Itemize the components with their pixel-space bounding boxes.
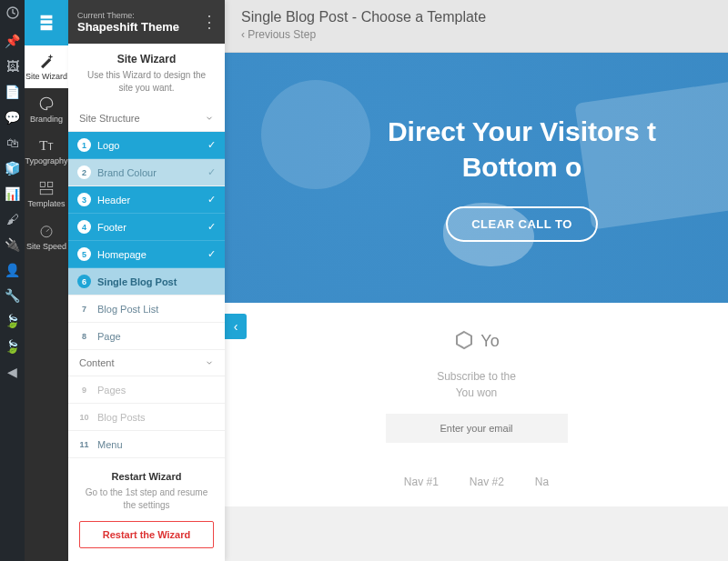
previous-step-label: Previous Step xyxy=(248,28,316,41)
wizard-step-blog-post-list[interactable]: 7Blog Post List xyxy=(68,296,225,323)
wp-leaf2-icon[interactable]: 🍃 xyxy=(0,339,25,354)
step-number: 1 xyxy=(77,138,91,152)
restart-title: Restart Wizard xyxy=(79,471,214,482)
sub-line1: Subscribe to the xyxy=(437,370,516,383)
section-label: Site Structure xyxy=(79,113,140,124)
speed-icon xyxy=(38,223,55,239)
restart-desc: Go to the 1st step and resume the settin… xyxy=(79,486,214,512)
current-theme-label: Current Theme: xyxy=(77,11,179,20)
tool-branding[interactable]: Branding xyxy=(25,88,68,131)
tool-label: Templates xyxy=(27,199,65,208)
subscribe-text: Subscribe to the You won xyxy=(225,368,728,401)
step-label: Brand Colour xyxy=(97,167,216,178)
svg-rect-1 xyxy=(40,182,45,186)
nav-link[interactable]: Nav #2 xyxy=(470,476,504,488)
wand-icon xyxy=(38,53,55,69)
wizard-step-menu[interactable]: 11Menu xyxy=(68,431,225,458)
wp-users-icon[interactable]: 👤 xyxy=(0,263,25,277)
email-input[interactable] xyxy=(386,414,568,443)
step-number: 11 xyxy=(77,437,91,451)
step-label: Blog Posts xyxy=(97,412,216,423)
tool-label: Typography xyxy=(25,156,67,165)
brand-logo: Yo xyxy=(453,330,499,352)
tool-templates[interactable]: Templates xyxy=(25,173,68,215)
step-label: Menu xyxy=(97,439,216,450)
step-number: 4 xyxy=(77,220,91,234)
wizard-step-logo[interactable]: 1Logo✓ xyxy=(68,132,225,159)
step-number: 10 xyxy=(77,410,91,424)
hexagon-icon xyxy=(453,330,475,352)
wizard-step-pages[interactable]: 9Pages xyxy=(68,376,225,404)
brand-name: Yo xyxy=(480,332,499,351)
chevron-down-icon xyxy=(205,114,214,123)
wp-woo-icon[interactable]: 🛍 xyxy=(0,135,25,150)
collapse-panel-button[interactable]: ‹ xyxy=(225,314,247,339)
structure-steps: 1Logo✓2Brand Colour✓3Header✓4Footer✓5Hom… xyxy=(68,132,225,350)
footer-nav: Nav #1 Nav #2 Na xyxy=(225,476,728,488)
hero-decoration xyxy=(574,75,728,229)
wp-plugins-icon[interactable]: 🔌 xyxy=(0,237,25,252)
tool-label: Site Wizard xyxy=(25,72,67,81)
wp-media-icon[interactable]: 🖼 xyxy=(0,59,25,74)
wp-collapse-icon[interactable]: ◀ xyxy=(0,365,25,379)
wp-brush-icon[interactable]: 🖌 xyxy=(0,212,25,226)
wizard-step-brand-colour[interactable]: 2Brand Colour✓ xyxy=(68,159,225,186)
section-content[interactable]: Content xyxy=(68,350,225,376)
nav-link[interactable]: Nav #1 xyxy=(404,476,439,488)
wp-comments-icon[interactable]: 💬 xyxy=(0,110,25,125)
wizard-step-footer[interactable]: 4Footer✓ xyxy=(68,214,225,241)
step-number: 6 xyxy=(77,275,91,288)
step-label: Blog Post List xyxy=(97,304,216,315)
step-number: 3 xyxy=(77,193,91,206)
sub-line2: You won xyxy=(456,386,498,399)
wizard-step-single-blog-post[interactable]: 6Single Blog Post xyxy=(68,268,225,296)
wp-pin-icon[interactable]: 📌 xyxy=(0,34,25,48)
tool-rail: Site Wizard Branding TT Typography Templ… xyxy=(25,0,68,561)
step-label: Pages xyxy=(97,385,216,396)
wizard-step-header[interactable]: 3Header✓ xyxy=(68,186,225,214)
step-number: 7 xyxy=(77,302,91,316)
tool-site-speed[interactable]: Site Speed xyxy=(25,215,68,258)
step-label: Single Blog Post xyxy=(97,276,216,287)
svg-rect-3 xyxy=(40,190,53,195)
theme-menu-icon[interactable]: ⋮ xyxy=(201,12,217,32)
step-number: 2 xyxy=(77,165,91,179)
check-icon: ✓ xyxy=(207,166,216,178)
top-bar: Single Blog Post - Choose a Template ‹ P… xyxy=(225,0,728,53)
content-steps: 9Pages10Blog Posts11Menu xyxy=(68,376,225,458)
hero-line2: Bottom o xyxy=(462,152,582,182)
previous-step-link[interactable]: ‹ Previous Step xyxy=(241,28,712,41)
wp-cube-icon[interactable]: 🧊 xyxy=(0,161,25,175)
tool-typography[interactable]: TT Typography xyxy=(25,131,68,173)
chevron-left-icon: ‹ xyxy=(234,319,238,334)
typography-icon: TT xyxy=(39,138,53,154)
template-preview[interactable]: Direct Your Visitors t Bottom o CLEAR CA… xyxy=(225,53,728,506)
palette-icon xyxy=(38,95,55,112)
step-number: 8 xyxy=(77,329,91,343)
wizard-title: Site Wizard xyxy=(68,44,225,69)
restart-wizard-button[interactable]: Restart the Wizard xyxy=(79,521,214,548)
theme-logo[interactable] xyxy=(25,0,68,45)
step-label: Header xyxy=(97,195,216,205)
hero-decoration xyxy=(261,80,370,189)
wp-stats-icon[interactable]: 📊 xyxy=(0,186,25,201)
wizard-step-page[interactable]: 8Page xyxy=(68,323,225,350)
templates-icon xyxy=(38,180,55,196)
step-label: Footer xyxy=(97,222,216,233)
main-area: Single Blog Post - Choose a Template ‹ P… xyxy=(225,0,728,561)
wp-leaf1-icon[interactable]: 🍃 xyxy=(0,314,25,328)
theme-header: Current Theme: Shapeshift Theme ⋮ xyxy=(68,0,225,44)
section-site-structure[interactable]: Site Structure xyxy=(68,105,225,132)
step-label: Logo xyxy=(97,140,216,151)
step-label: Homepage xyxy=(97,249,216,260)
wizard-step-blog-posts[interactable]: 10Blog Posts xyxy=(68,404,225,431)
wp-pages-icon[interactable]: 📄 xyxy=(0,85,25,99)
wp-tools-icon[interactable]: 🔧 xyxy=(0,288,25,303)
step-number: 5 xyxy=(77,247,91,261)
nav-link[interactable]: Na xyxy=(535,476,549,488)
wp-dashboard-icon[interactable] xyxy=(0,5,25,23)
hero-decoration xyxy=(443,203,534,266)
wizard-step-homepage[interactable]: 5Homepage✓ xyxy=(68,241,225,268)
tool-site-wizard[interactable]: Site Wizard xyxy=(25,45,68,88)
subhero-section: Yo Subscribe to the You won Nav #1 Nav #… xyxy=(225,303,728,506)
